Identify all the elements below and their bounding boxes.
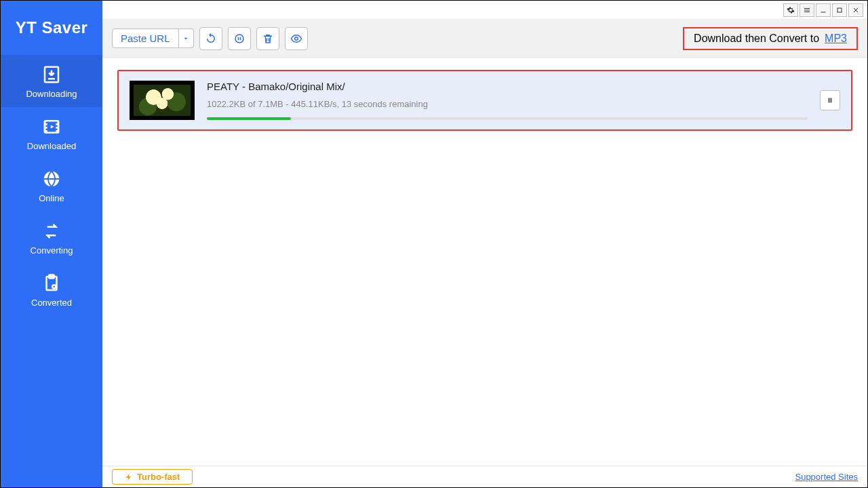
- sidebar-item-label: Downloaded: [27, 141, 76, 151]
- close-button[interactable]: [848, 3, 863, 17]
- menu-button[interactable]: [800, 3, 814, 17]
- eye-icon: [290, 33, 302, 45]
- convert-icon: [41, 221, 62, 241]
- svg-rect-10: [831, 98, 832, 103]
- toolbar: Paste URL Download then Convert to MP3: [102, 20, 867, 58]
- download-item[interactable]: PEATY - Bamako/Original Mix/ 1022.2KB of…: [117, 70, 852, 131]
- svg-point-5: [52, 285, 56, 289]
- delete-button[interactable]: [256, 27, 279, 50]
- sidebar-item-downloading[interactable]: Downloading: [1, 55, 102, 107]
- sidebar-item-label: Converting: [31, 245, 73, 256]
- refresh-icon: [205, 33, 217, 45]
- sidebar-item-converting[interactable]: Converting: [1, 211, 102, 264]
- paste-url-dropdown[interactable]: [179, 28, 194, 48]
- close-icon: [852, 6, 860, 14]
- film-icon: [41, 117, 62, 137]
- caret-down-icon: [182, 35, 189, 42]
- convert-format-link[interactable]: MP3: [825, 33, 847, 45]
- sidebar-item-online[interactable]: Online: [1, 159, 102, 211]
- download-thumbnail: [130, 81, 195, 120]
- convert-label: Download then Convert to: [694, 33, 819, 45]
- brand-logo: YT Saver: [1, 1, 102, 55]
- download-title: PEATY - Bamako/Original Mix/: [207, 81, 808, 92]
- download-progress: [207, 117, 808, 120]
- pause-all-button[interactable]: [228, 27, 251, 50]
- clipboard-icon: [41, 273, 62, 293]
- downloads-list: PEATY - Bamako/Original Mix/ 1022.2KB of…: [102, 58, 867, 466]
- convert-format-box: Download then Convert to MP3: [683, 27, 858, 50]
- download-info: PEATY - Bamako/Original Mix/ 1022.2KB of…: [207, 81, 808, 120]
- svg-rect-9: [829, 98, 830, 103]
- titlebar: [102, 1, 867, 20]
- turbo-label: Turbo-fast: [137, 472, 180, 482]
- sidebar-item-label: Online: [39, 193, 64, 203]
- maximize-button[interactable]: [832, 3, 847, 17]
- paste-url-button[interactable]: Paste URL: [112, 28, 179, 48]
- supported-sites-link[interactable]: Supported Sites: [795, 472, 858, 482]
- trash-icon: [262, 33, 274, 45]
- svg-point-7: [235, 35, 243, 43]
- minimize-button[interactable]: [816, 3, 831, 17]
- globe-icon: [41, 169, 62, 189]
- sidebar: YT Saver Downloading Downloaded Online: [1, 1, 102, 487]
- sidebar-item-converted[interactable]: Converted: [1, 264, 102, 316]
- sidebar-item-label: Downloading: [26, 89, 77, 99]
- paste-url-group: Paste URL: [112, 28, 194, 48]
- sidebar-item-downloaded[interactable]: Downloaded: [1, 107, 102, 159]
- settings-button[interactable]: [783, 3, 798, 17]
- sidebar-item-label: Converted: [31, 298, 72, 308]
- status-bar: Turbo-fast Supported Sites: [102, 466, 867, 487]
- main-area: Paste URL Download then Convert to MP3: [102, 1, 867, 487]
- download-status: 1022.2KB of 7.1MB - 445.11KB/s, 13 secon…: [207, 99, 808, 109]
- svg-rect-6: [837, 8, 842, 12]
- bolt-icon: [125, 473, 133, 481]
- svg-point-8: [294, 37, 298, 40]
- turbo-fast-button[interactable]: Turbo-fast: [112, 469, 193, 485]
- preview-button[interactable]: [285, 27, 308, 50]
- refresh-button[interactable]: [199, 27, 222, 50]
- pause-download-button[interactable]: [820, 90, 840, 110]
- download-progress-bar: [207, 117, 291, 120]
- gear-icon: [787, 6, 795, 14]
- maximize-icon: [835, 6, 844, 14]
- minimize-icon: [819, 6, 827, 14]
- app-window: YT Saver Downloading Downloaded Online: [0, 0, 868, 488]
- pause-icon: [826, 96, 834, 104]
- download-icon: [41, 64, 62, 85]
- hamburger-icon: [803, 6, 811, 14]
- pause-circle-icon: [233, 33, 245, 45]
